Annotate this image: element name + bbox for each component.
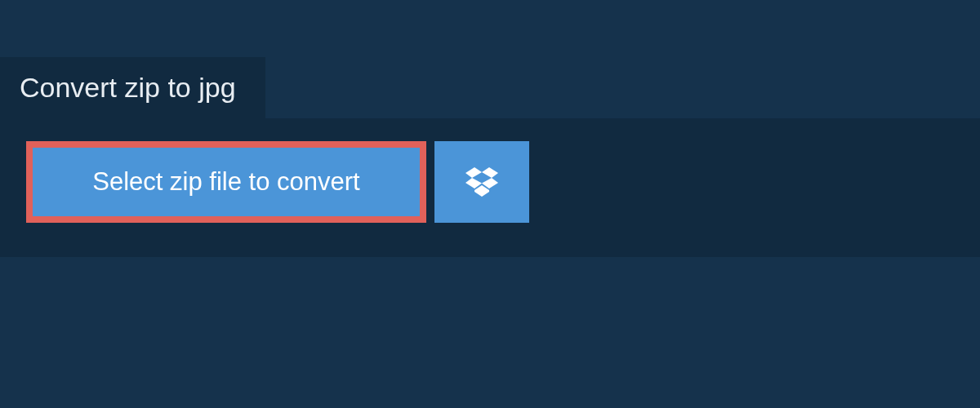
svg-marker-0 (466, 167, 482, 178)
button-row: Select zip file to convert (26, 141, 954, 223)
tab-bar: Convert zip to jpg (0, 0, 980, 118)
upload-panel: Select zip file to convert (0, 118, 980, 257)
tab-convert-zip-to-jpg[interactable]: Convert zip to jpg (0, 57, 265, 118)
dropbox-icon (466, 167, 498, 197)
select-file-button[interactable]: Select zip file to convert (26, 141, 426, 223)
select-file-label: Select zip file to convert (92, 167, 359, 197)
tab-title: Convert zip to jpg (20, 72, 236, 103)
svg-marker-4 (474, 185, 489, 197)
svg-marker-1 (482, 167, 498, 178)
dropbox-button[interactable] (434, 141, 529, 223)
